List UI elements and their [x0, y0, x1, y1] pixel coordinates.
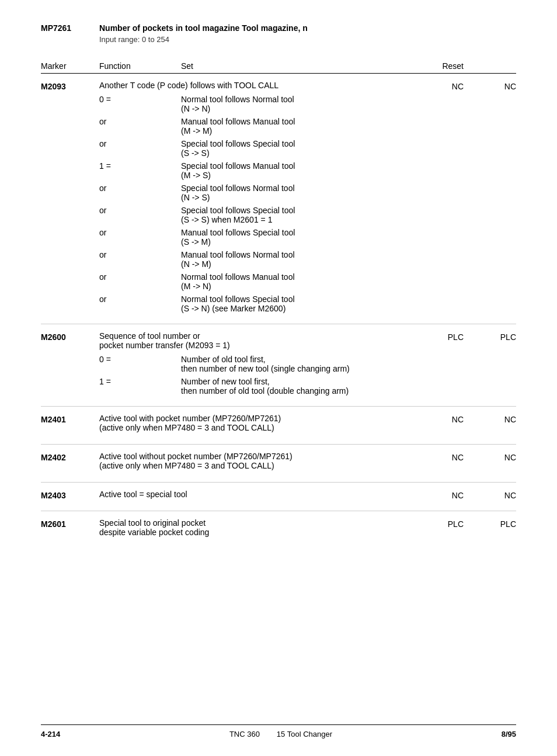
entry-divider — [41, 511, 516, 511]
entry-reset-value: NC — [481, 490, 516, 500]
sub-entry-label: 0 = — [99, 95, 181, 104]
sub-entry: 1 =Special tool follows Manual tool(M ->… — [99, 161, 434, 180]
entries-container: M2093Another T code (P code) follows wit… — [41, 81, 516, 542]
entry-reset-value: PLC — [481, 518, 516, 529]
col-reset-header: Reset — [434, 61, 481, 71]
sub-entries: 0 =Normal tool follows Normal tool(N -> … — [99, 95, 434, 313]
sub-entry-line2: (M -> N) — [181, 282, 434, 291]
entry-row: M2600Sequence of tool number or pocket n… — [41, 331, 516, 399]
page: MP7261 Number of pockets in tool magazin… — [0, 0, 557, 756]
sub-entry-text: Special tool follows Manual tool(M -> S) — [181, 161, 434, 180]
entry-main-text: Sequence of tool number or pocket number… — [99, 331, 434, 350]
sub-entry-text: Special tool follows Special tool(S -> S… — [181, 206, 434, 224]
entry-reset-value: NC — [481, 81, 516, 91]
entry-divider — [41, 482, 516, 483]
sub-entry-line2: (S -> N) (see Marker M2600) — [181, 304, 434, 313]
sub-entry-text: Normal tool follows Normal tool(N -> N) — [181, 95, 434, 113]
sub-entry-line2: (M -> S) — [181, 171, 434, 180]
sub-entry: orSpecial tool follows Special tool(S ->… — [99, 139, 434, 158]
entry-set-value: NC — [434, 490, 481, 500]
sub-entry-line2: (S -> S) when M2601 = 1 — [181, 215, 434, 224]
column-headers: Marker Function Set Reset — [41, 61, 516, 74]
entry-content: Active tool with pocket number (MP7260/M… — [99, 414, 434, 437]
entry-row: M2601Special tool to original pocket des… — [41, 518, 516, 542]
sub-entry-text: Number of new tool first,then number of … — [181, 377, 434, 396]
entry-set-value: NC — [434, 81, 481, 91]
entry-marker: M2403 — [41, 490, 99, 500]
sub-entry-line2: then number of old tool (double changing… — [181, 386, 434, 396]
sub-entry-label: 1 = — [99, 161, 181, 171]
entry-divider — [41, 324, 516, 324]
entry-marker: M2601 — [41, 518, 99, 529]
mp-subtitle: Input range: 0 to 254 — [99, 35, 516, 44]
sub-entry-line2: then number of new tool (single changing… — [181, 364, 434, 373]
sub-entry: orNormal tool follows Special tool(S -> … — [99, 294, 434, 313]
entry-content: Active tool without pocket number (MP726… — [99, 452, 434, 475]
entry-main-text: Special tool to original pocket despite … — [99, 518, 434, 537]
entry-marker: M2600 — [41, 331, 99, 342]
entry-marker: M2093 — [41, 81, 99, 91]
header-section: MP7261 Number of pockets in tool magazin… — [41, 23, 516, 44]
sub-entry: orNormal tool follows Manual tool(M -> N… — [99, 272, 434, 291]
sub-entry-label: or — [99, 206, 181, 215]
sub-entry-label: or — [99, 117, 181, 126]
entry-content: Active tool = special tool — [99, 490, 434, 504]
sub-entry-text: Manual tool follows Normal tool(N -> M) — [181, 250, 434, 269]
sub-entry-text: Manual tool follows Special tool(S -> M) — [181, 228, 434, 247]
sub-entry-line2: (M -> M) — [181, 126, 434, 136]
entry-row: M2403Active tool = special toolNCNC — [41, 490, 516, 504]
sub-entry-label: or — [99, 294, 181, 304]
entry-set-value: NC — [434, 414, 481, 424]
entry-divider — [41, 444, 516, 445]
sub-entry: 0 =Normal tool follows Normal tool(N -> … — [99, 95, 434, 113]
sub-entry-text: Special tool follows Normal tool(N -> S) — [181, 183, 434, 202]
sub-entry-text: Number of old tool first,then number of … — [181, 355, 434, 373]
entry-content: Another T code (P code) follows with TOO… — [99, 81, 434, 317]
entry-reset-value: PLC — [481, 331, 516, 342]
entry-marker: M2402 — [41, 452, 99, 462]
sub-entry: 0 =Number of old tool first,then number … — [99, 355, 434, 373]
mp-title: Number of pockets in tool magazine Tool … — [99, 23, 308, 33]
entry-row: M2402Active tool without pocket number (… — [41, 452, 516, 475]
footer-date: 8/95 — [502, 730, 516, 738]
header-mp: MP7261 Number of pockets in tool magazin… — [41, 23, 516, 33]
sub-entry: orManual tool follows Special tool(S -> … — [99, 228, 434, 247]
sub-entry: orSpecial tool follows Normal tool(N -> … — [99, 183, 434, 202]
col-marker-header: Marker — [41, 61, 99, 71]
entry-main-text: Active tool = special tool — [99, 490, 434, 499]
footer-section: 15 Tool Changer — [277, 730, 332, 738]
sub-entry-text: Normal tool follows Special tool(S -> N)… — [181, 294, 434, 313]
footer-page: 4-214 — [41, 730, 60, 738]
sub-entry-label: 1 = — [99, 377, 181, 386]
footer: 4-214 TNC 360 15 Tool Changer 8/95 — [41, 724, 516, 738]
sub-entry-text: Special tool follows Special tool(S -> S… — [181, 139, 434, 158]
sub-entry-text: Normal tool follows Manual tool(M -> N) — [181, 272, 434, 291]
sub-entry-line2: (N -> M) — [181, 259, 434, 269]
sub-entry-line2: (N -> S) — [181, 193, 434, 202]
sub-entry-line2: (S -> M) — [181, 237, 434, 247]
mp-number: MP7261 — [41, 23, 88, 33]
col-set-header: Set — [181, 61, 434, 71]
sub-entry: orManual tool follows Manual tool(M -> M… — [99, 117, 434, 136]
sub-entry: orSpecial tool follows Special tool(S ->… — [99, 206, 434, 224]
entry-reset-value: NC — [481, 414, 516, 424]
footer-title: TNC 360 15 Tool Changer — [60, 730, 501, 738]
sub-entry-label: 0 = — [99, 355, 181, 364]
entry-main-text: Active tool with pocket number (MP7260/M… — [99, 414, 434, 432]
entry-set-value: NC — [434, 452, 481, 462]
entry-main-text: Another T code (P code) follows with TOO… — [99, 81, 434, 90]
sub-entries: 0 =Number of old tool first,then number … — [99, 355, 434, 396]
footer-tnc: TNC 360 — [229, 730, 260, 738]
entry-row: M2093Another T code (P code) follows wit… — [41, 81, 516, 317]
sub-entry: 1 =Number of new tool first,then number … — [99, 377, 434, 396]
sub-entry-line2: (N -> N) — [181, 104, 434, 113]
sub-entry-line2: (S -> S) — [181, 148, 434, 158]
col-function-header: Function — [99, 61, 181, 71]
entry-content: Special tool to original pocket despite … — [99, 518, 434, 542]
entry-row: M2401Active tool with pocket number (MP7… — [41, 414, 516, 437]
sub-entry-label: or — [99, 139, 181, 148]
entry-reset-value: NC — [481, 452, 516, 462]
entry-set-value: PLC — [434, 331, 481, 342]
entry-marker: M2401 — [41, 414, 99, 424]
sub-entry-label: or — [99, 250, 181, 259]
